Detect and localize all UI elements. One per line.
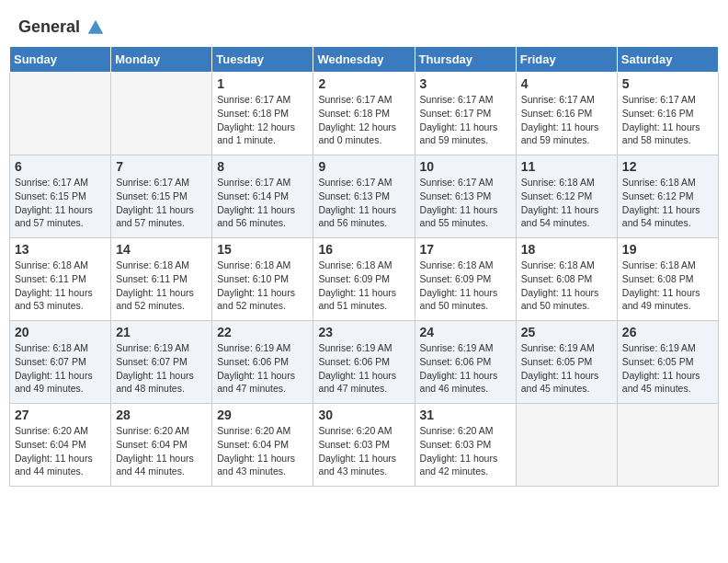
day-number: 29	[217, 408, 308, 422]
calendar-cell: 15Sunrise: 6:18 AM Sunset: 6:10 PM Dayli…	[212, 238, 313, 321]
calendar-cell: 16Sunrise: 6:18 AM Sunset: 6:09 PM Dayli…	[313, 238, 415, 321]
day-number: 31	[420, 408, 511, 422]
calendar-cell: 30Sunrise: 6:20 AM Sunset: 6:03 PM Dayli…	[313, 404, 415, 487]
calendar-table: SundayMondayTuesdayWednesdayThursdayFrid…	[9, 46, 719, 487]
day-number: 13	[15, 242, 106, 257]
cell-info: Sunrise: 6:19 AM Sunset: 6:06 PM Dayligh…	[217, 341, 308, 396]
cell-info: Sunrise: 6:17 AM Sunset: 6:14 PM Dayligh…	[217, 176, 308, 230]
day-number: 3	[420, 76, 511, 91]
cell-info: Sunrise: 6:18 AM Sunset: 6:09 PM Dayligh…	[420, 259, 511, 313]
calendar-cell: 8Sunrise: 6:17 AM Sunset: 6:14 PM Daylig…	[212, 155, 313, 238]
calendar-cell	[111, 73, 212, 155]
calendar-week-3: 13Sunrise: 6:18 AM Sunset: 6:11 PM Dayli…	[10, 238, 719, 321]
calendar-cell: 1Sunrise: 6:17 AM Sunset: 6:18 PM Daylig…	[212, 73, 313, 155]
logo-text: General	[18, 18, 105, 37]
cell-info: Sunrise: 6:18 AM Sunset: 6:08 PM Dayligh…	[622, 259, 713, 313]
day-number: 15	[217, 242, 308, 257]
header-monday: Monday	[111, 47, 212, 73]
calendar-cell: 19Sunrise: 6:18 AM Sunset: 6:08 PM Dayli…	[617, 238, 718, 321]
page-header: General	[9, 9, 719, 41]
cell-info: Sunrise: 6:17 AM Sunset: 6:18 PM Dayligh…	[318, 93, 409, 147]
cell-info: Sunrise: 6:18 AM Sunset: 6:07 PM Dayligh…	[15, 341, 106, 396]
day-number: 24	[420, 325, 511, 339]
day-number: 6	[15, 159, 106, 174]
day-number: 30	[318, 408, 409, 422]
calendar-cell: 13Sunrise: 6:18 AM Sunset: 6:11 PM Dayli…	[10, 238, 111, 321]
day-number: 2	[318, 76, 409, 91]
calendar-cell	[516, 404, 617, 487]
calendar-cell: 20Sunrise: 6:18 AM Sunset: 6:07 PM Dayli…	[10, 321, 111, 404]
cell-info: Sunrise: 6:18 AM Sunset: 6:12 PM Dayligh…	[521, 176, 612, 230]
calendar-cell: 10Sunrise: 6:17 AM Sunset: 6:13 PM Dayli…	[415, 155, 516, 238]
calendar-cell: 22Sunrise: 6:19 AM Sunset: 6:06 PM Dayli…	[212, 321, 313, 404]
cell-info: Sunrise: 6:18 AM Sunset: 6:10 PM Dayligh…	[217, 259, 308, 313]
cell-info: Sunrise: 6:20 AM Sunset: 6:04 PM Dayligh…	[116, 424, 207, 478]
cell-info: Sunrise: 6:20 AM Sunset: 6:04 PM Dayligh…	[217, 424, 308, 478]
day-number: 21	[116, 325, 207, 339]
calendar-cell: 7Sunrise: 6:17 AM Sunset: 6:15 PM Daylig…	[111, 155, 212, 238]
calendar-week-4: 20Sunrise: 6:18 AM Sunset: 6:07 PM Dayli…	[10, 321, 719, 404]
cell-info: Sunrise: 6:17 AM Sunset: 6:13 PM Dayligh…	[318, 176, 409, 230]
calendar-cell: 14Sunrise: 6:18 AM Sunset: 6:11 PM Dayli…	[111, 238, 212, 321]
cell-info: Sunrise: 6:17 AM Sunset: 6:17 PM Dayligh…	[420, 93, 511, 147]
day-number: 5	[622, 76, 713, 91]
day-number: 16	[318, 242, 409, 257]
calendar-cell: 6Sunrise: 6:17 AM Sunset: 6:15 PM Daylig…	[10, 155, 111, 238]
calendar-cell: 26Sunrise: 6:19 AM Sunset: 6:05 PM Dayli…	[617, 321, 718, 404]
calendar-cell	[617, 404, 718, 487]
calendar-cell: 21Sunrise: 6:19 AM Sunset: 6:07 PM Dayli…	[111, 321, 212, 404]
cell-info: Sunrise: 6:19 AM Sunset: 6:07 PM Dayligh…	[116, 341, 207, 396]
logo-icon	[86, 18, 105, 37]
calendar-cell: 25Sunrise: 6:19 AM Sunset: 6:05 PM Dayli…	[516, 321, 617, 404]
cell-info: Sunrise: 6:20 AM Sunset: 6:03 PM Dayligh…	[420, 424, 511, 478]
day-number: 17	[420, 242, 511, 257]
calendar-cell: 23Sunrise: 6:19 AM Sunset: 6:06 PM Dayli…	[313, 321, 415, 404]
calendar-week-1: 1Sunrise: 6:17 AM Sunset: 6:18 PM Daylig…	[10, 73, 719, 155]
day-number: 23	[318, 325, 409, 339]
calendar-cell: 17Sunrise: 6:18 AM Sunset: 6:09 PM Dayli…	[415, 238, 516, 321]
cell-info: Sunrise: 6:17 AM Sunset: 6:15 PM Dayligh…	[15, 176, 106, 230]
cell-info: Sunrise: 6:20 AM Sunset: 6:03 PM Dayligh…	[318, 424, 409, 478]
calendar-week-5: 27Sunrise: 6:20 AM Sunset: 6:04 PM Dayli…	[10, 404, 719, 487]
header-sunday: Sunday	[10, 47, 111, 73]
calendar-cell: 9Sunrise: 6:17 AM Sunset: 6:13 PM Daylig…	[313, 155, 415, 238]
calendar-cell: 12Sunrise: 6:18 AM Sunset: 6:12 PM Dayli…	[617, 155, 718, 238]
cell-info: Sunrise: 6:17 AM Sunset: 6:16 PM Dayligh…	[521, 93, 612, 147]
cell-info: Sunrise: 6:18 AM Sunset: 6:11 PM Dayligh…	[15, 259, 106, 313]
logo-line1: General	[18, 18, 105, 37]
day-number: 8	[217, 159, 308, 174]
cell-info: Sunrise: 6:19 AM Sunset: 6:05 PM Dayligh…	[521, 341, 612, 396]
calendar-header-row: SundayMondayTuesdayWednesdayThursdayFrid…	[10, 47, 719, 73]
calendar-cell: 31Sunrise: 6:20 AM Sunset: 6:03 PM Dayli…	[415, 404, 516, 487]
day-number: 20	[15, 325, 106, 339]
cell-info: Sunrise: 6:17 AM Sunset: 6:18 PM Dayligh…	[217, 93, 308, 147]
cell-info: Sunrise: 6:18 AM Sunset: 6:12 PM Dayligh…	[622, 176, 713, 230]
svg-marker-0	[88, 20, 104, 34]
logo: General	[18, 18, 105, 37]
day-number: 28	[116, 408, 207, 422]
day-number: 1	[217, 76, 308, 91]
day-number: 22	[217, 325, 308, 339]
header-tuesday: Tuesday	[212, 47, 313, 73]
calendar-cell: 18Sunrise: 6:18 AM Sunset: 6:08 PM Dayli…	[516, 238, 617, 321]
day-number: 10	[420, 159, 511, 174]
calendar-cell: 3Sunrise: 6:17 AM Sunset: 6:17 PM Daylig…	[415, 73, 516, 155]
calendar-cell	[10, 73, 111, 155]
day-number: 18	[521, 242, 612, 257]
cell-info: Sunrise: 6:18 AM Sunset: 6:08 PM Dayligh…	[521, 259, 612, 313]
cell-info: Sunrise: 6:17 AM Sunset: 6:16 PM Dayligh…	[622, 93, 713, 147]
day-number: 11	[521, 159, 612, 174]
cell-info: Sunrise: 6:20 AM Sunset: 6:04 PM Dayligh…	[15, 424, 106, 478]
day-number: 9	[318, 159, 409, 174]
calendar-cell: 11Sunrise: 6:18 AM Sunset: 6:12 PM Dayli…	[516, 155, 617, 238]
calendar-cell: 5Sunrise: 6:17 AM Sunset: 6:16 PM Daylig…	[617, 73, 718, 155]
calendar-cell: 28Sunrise: 6:20 AM Sunset: 6:04 PM Dayli…	[111, 404, 212, 487]
cell-info: Sunrise: 6:17 AM Sunset: 6:13 PM Dayligh…	[420, 176, 511, 230]
cell-info: Sunrise: 6:19 AM Sunset: 6:05 PM Dayligh…	[622, 341, 713, 396]
calendar-cell: 27Sunrise: 6:20 AM Sunset: 6:04 PM Dayli…	[10, 404, 111, 487]
cell-info: Sunrise: 6:17 AM Sunset: 6:15 PM Dayligh…	[116, 176, 207, 230]
cell-info: Sunrise: 6:18 AM Sunset: 6:11 PM Dayligh…	[116, 259, 207, 313]
calendar-cell: 24Sunrise: 6:19 AM Sunset: 6:06 PM Dayli…	[415, 321, 516, 404]
header-friday: Friday	[516, 47, 617, 73]
cell-info: Sunrise: 6:18 AM Sunset: 6:09 PM Dayligh…	[318, 259, 409, 313]
